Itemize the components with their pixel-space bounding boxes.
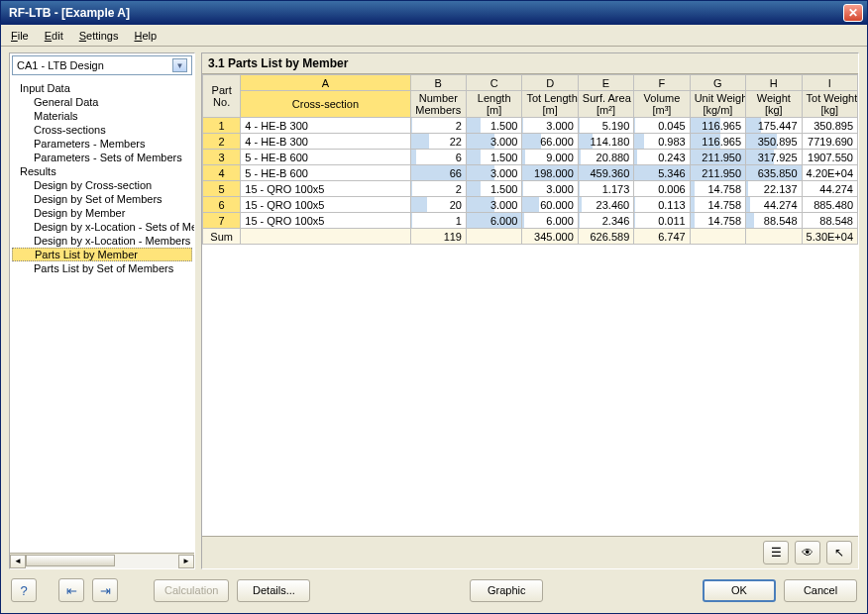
body-area: CA1 - LTB Design ▼ Input Data General Da… — [1, 47, 867, 613]
calculation-button: Calculation — [154, 579, 229, 602]
col-letter-B[interactable]: B — [410, 75, 466, 91]
col-letter-I[interactable]: I — [802, 75, 857, 91]
tree-params-sets[interactable]: Parameters - Sets of Members — [12, 151, 192, 164]
tree-design-set[interactable]: Design by Set of Members — [12, 192, 192, 206]
panel-title: 3.1 Parts List by Member — [202, 53, 858, 74]
tree-parts-set[interactable]: Parts List by Set of Members — [12, 261, 192, 275]
col-letter-H[interactable]: H — [746, 75, 802, 91]
table-body: 14 - HE-B 30021.5003.0005.1900.045116.96… — [203, 118, 858, 245]
menubar: File Edit Settings Help — [1, 25, 867, 47]
row-number[interactable]: 6 — [203, 197, 241, 213]
col-letter-F[interactable]: F — [634, 75, 690, 91]
grid-wrap: PartNo.ABCDEFGHI Cross-sectionNumberMemb… — [202, 74, 858, 536]
tree-design-cs[interactable]: Design by Cross-section — [12, 178, 192, 192]
table-row[interactable]: 24 - HE-B 300223.00066.000114.1800.98311… — [203, 134, 858, 150]
button-bar: ? ⇤ ⇥ Calculation Details... Graphic OK … — [9, 569, 859, 605]
table-row[interactable]: 45 - HE-B 600663.000198.000459.3605.3462… — [203, 165, 858, 181]
col-letter-C[interactable]: C — [466, 75, 521, 91]
menu-help[interactable]: Help — [126, 28, 164, 44]
row-number[interactable]: 2 — [203, 134, 241, 150]
tree-input-data[interactable]: Input Data — [12, 81, 192, 95]
tree-design-member[interactable]: Design by Member — [12, 206, 192, 220]
main-split: CA1 - LTB Design ▼ Input Data General Da… — [9, 52, 859, 569]
col-letter-D[interactable]: D — [522, 75, 578, 91]
tree-materials[interactable]: Materials — [12, 109, 192, 123]
cell-cross-section[interactable]: 5 - HE-B 600 — [241, 150, 410, 165]
row-number[interactable]: 1 — [203, 118, 241, 134]
row-number[interactable]: 7 — [203, 213, 241, 229]
tree-params-members[interactable]: Parameters - Members — [12, 137, 192, 151]
case-combo-value: CA1 - LTB Design — [17, 59, 172, 71]
help-icon[interactable]: ? — [11, 578, 37, 602]
col-header-7[interactable]: Weight[kg] — [746, 91, 802, 118]
cell-cross-section[interactable]: 15 - QRO 100x5 — [241, 181, 410, 197]
graphic-button[interactable]: Graphic — [470, 579, 543, 602]
parts-table[interactable]: PartNo.ABCDEFGHI Cross-sectionNumberMemb… — [202, 74, 858, 245]
window-title: RF-LTB - [Example A] — [5, 6, 843, 20]
col-header-1[interactable]: NumberMembers — [410, 91, 466, 118]
left-panel: CA1 - LTB Design ▼ Input Data General Da… — [9, 52, 195, 569]
app-window: RF-LTB - [Example A] ✕ File Edit Setting… — [0, 0, 868, 614]
table-row[interactable]: 715 - QRO 100x516.0006.0002.3460.01114.7… — [203, 213, 858, 229]
ok-button[interactable]: OK — [703, 579, 776, 602]
col-header-2[interactable]: Length[m] — [466, 91, 521, 118]
col-part-no[interactable]: PartNo. — [203, 75, 241, 118]
eye-icon[interactable]: 👁 — [795, 541, 820, 564]
select-icon[interactable]: ↖ — [826, 541, 852, 564]
col-header-0[interactable]: Cross-section — [241, 91, 410, 118]
cell-cross-section[interactable]: 5 - HE-B 600 — [241, 165, 410, 181]
sum-row: Sum119345.000626.5896.7475.30E+04 — [203, 229, 858, 245]
menu-edit[interactable]: Edit — [37, 28, 71, 44]
close-button[interactable]: ✕ — [843, 4, 863, 22]
scroll-left-icon[interactable]: ◄ — [10, 555, 26, 568]
prev-icon[interactable]: ⇤ — [58, 578, 84, 602]
nav-tree: Input Data General Data Materials Cross-… — [10, 77, 194, 553]
chevron-down-icon[interactable]: ▼ — [172, 58, 187, 72]
scroll-thumb[interactable] — [26, 555, 115, 566]
cell-cross-section[interactable]: 15 - QRO 100x5 — [241, 213, 410, 229]
next-icon[interactable]: ⇥ — [92, 578, 118, 602]
table-row[interactable]: 35 - HE-B 60061.5009.00020.8800.243211.9… — [203, 150, 858, 165]
scroll-right-icon[interactable]: ► — [178, 555, 194, 568]
table-row[interactable]: 14 - HE-B 30021.5003.0005.1900.045116.96… — [203, 118, 858, 134]
sum-label: Sum — [203, 229, 241, 245]
scroll-track[interactable] — [26, 555, 178, 568]
tree-design-xloc-sets[interactable]: Design by x-Location - Sets of Members — [12, 220, 192, 234]
tree-parts-member[interactable]: Parts List by Member — [12, 248, 192, 261]
tree-results[interactable]: Results — [12, 164, 192, 178]
tree-cross-sections[interactable]: Cross-sections — [12, 123, 192, 137]
tree-design-xloc-members[interactable]: Design by x-Location - Members — [12, 234, 192, 248]
tree-hscroll[interactable]: ◄ ► — [10, 553, 194, 568]
details-button[interactable]: Details... — [237, 579, 310, 602]
menu-file[interactable]: File — [3, 28, 37, 44]
table-head: PartNo.ABCDEFGHI Cross-sectionNumberMemb… — [203, 75, 858, 118]
col-header-5[interactable]: Volume[m³] — [634, 91, 690, 118]
cell-cross-section[interactable]: 4 - HE-B 300 — [241, 118, 410, 134]
row-number[interactable]: 5 — [203, 181, 241, 197]
col-header-3[interactable]: Tot Length[m] — [522, 91, 578, 118]
table-row[interactable]: 615 - QRO 100x5203.00060.00023.4600.1131… — [203, 197, 858, 213]
col-header-8[interactable]: Tot Weight[kg] — [802, 91, 857, 118]
row-number[interactable]: 4 — [203, 165, 241, 181]
cell-cross-section[interactable]: 4 - HE-B 300 — [241, 134, 410, 150]
col-header-4[interactable]: Surf. Area[m²] — [578, 91, 633, 118]
right-panel: 3.1 Parts List by Member PartNo.ABCDEFGH… — [201, 52, 859, 569]
grid-empty-area — [202, 245, 858, 536]
col-header-6[interactable]: Unit Weight[kg/m] — [690, 91, 745, 118]
col-letter-G[interactable]: G — [690, 75, 745, 91]
col-letter-E[interactable]: E — [578, 75, 633, 91]
titlebar: RF-LTB - [Example A] ✕ — [1, 1, 867, 25]
col-letter-A[interactable]: A — [241, 75, 410, 91]
grid-toolbar: ☰ 👁 ↖ — [202, 536, 858, 568]
cell-cross-section[interactable]: 15 - QRO 100x5 — [241, 197, 410, 213]
tree-general-data[interactable]: General Data — [12, 95, 192, 109]
case-combo[interactable]: CA1 - LTB Design ▼ — [12, 55, 192, 75]
row-number[interactable]: 3 — [203, 150, 241, 165]
cancel-button[interactable]: Cancel — [784, 579, 857, 602]
filter-icon[interactable]: ☰ — [763, 541, 789, 564]
table-row[interactable]: 515 - QRO 100x521.5003.0001.1730.00614.7… — [203, 181, 858, 197]
menu-settings[interactable]: Settings — [71, 28, 127, 44]
